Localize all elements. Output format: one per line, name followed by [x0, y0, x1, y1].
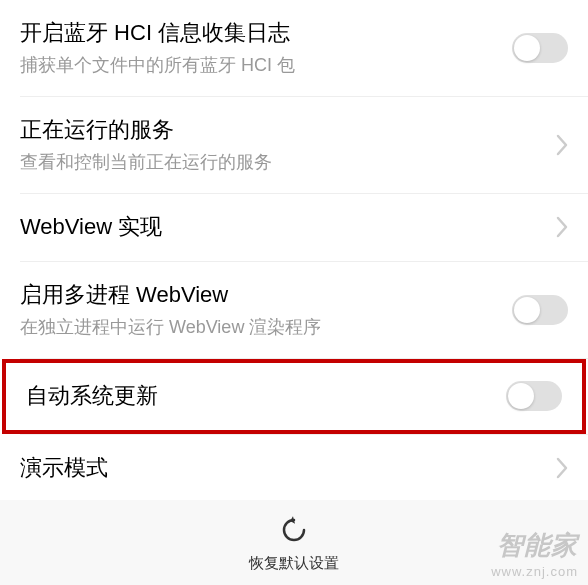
setting-running-services[interactable]: 正在运行的服务 查看和控制当前正在运行的服务 — [0, 97, 588, 193]
toggle-knob — [514, 297, 540, 323]
setting-title: 开启蓝牙 HCI 信息收集日志 — [20, 18, 512, 49]
watermark-text: 智能家 — [497, 528, 578, 563]
toggle-knob — [508, 383, 534, 409]
setting-content: 启用多进程 WebView 在独立进程中运行 WebView 渲染程序 — [20, 280, 512, 340]
toggle-auto-system-update[interactable] — [506, 381, 562, 411]
setting-content: WebView 实现 — [20, 212, 548, 243]
setting-content: 开启蓝牙 HCI 信息收集日志 捕获单个文件中的所有蓝牙 HCI 包 — [20, 18, 512, 78]
setting-demo-mode[interactable]: 演示模式 — [0, 435, 588, 502]
setting-subtitle: 查看和控制当前正在运行的服务 — [20, 150, 548, 175]
toggle-knob — [514, 35, 540, 61]
chevron-right-icon — [556, 134, 568, 156]
setting-content: 自动系统更新 — [26, 381, 506, 412]
setting-auto-system-update[interactable]: 自动系统更新 — [2, 359, 586, 434]
chevron-right-icon — [556, 216, 568, 238]
reset-icon — [280, 516, 308, 548]
setting-content: 正在运行的服务 查看和控制当前正在运行的服务 — [20, 115, 548, 175]
setting-title: 自动系统更新 — [26, 381, 506, 412]
chevron-right-icon — [556, 457, 568, 479]
setting-subtitle: 在独立进程中运行 WebView 渲染程序 — [20, 315, 512, 340]
toggle-multi-process-webview[interactable] — [512, 295, 568, 325]
setting-content: 演示模式 — [20, 453, 548, 484]
settings-list: 开启蓝牙 HCI 信息收集日志 捕获单个文件中的所有蓝牙 HCI 包 正在运行的… — [0, 0, 588, 501]
setting-title: 正在运行的服务 — [20, 115, 548, 146]
setting-subtitle: 捕获单个文件中的所有蓝牙 HCI 包 — [20, 53, 512, 78]
setting-webview-impl[interactable]: WebView 实现 — [0, 194, 588, 261]
setting-multi-process-webview[interactable]: 启用多进程 WebView 在独立进程中运行 WebView 渲染程序 — [0, 262, 588, 358]
setting-bluetooth-hci[interactable]: 开启蓝牙 HCI 信息收集日志 捕获单个文件中的所有蓝牙 HCI 包 — [0, 0, 588, 96]
toggle-bluetooth-hci[interactable] — [512, 33, 568, 63]
setting-title: 启用多进程 WebView — [20, 280, 512, 311]
watermark-url: www.znj.com — [491, 564, 578, 579]
setting-title: 演示模式 — [20, 453, 548, 484]
setting-title: WebView 实现 — [20, 212, 548, 243]
